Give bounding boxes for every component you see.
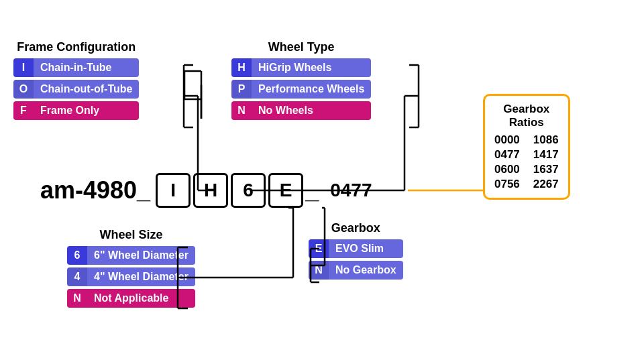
gearbox-label-E: EVO Slim xyxy=(329,239,403,258)
ratio-0000: 0000 xyxy=(494,133,520,147)
gearbox-title: Gearbox xyxy=(309,221,403,235)
part-number-line: am-4980_ I H 6 E _ 0477 xyxy=(40,173,382,208)
size-option-N: N Not Applicable xyxy=(67,289,195,308)
gearbox-section: Gearbox E EVO Slim N No Gearbox xyxy=(309,221,403,282)
part-underscore: _ xyxy=(305,176,319,204)
wheel-letter-P: P xyxy=(231,80,252,99)
gearbox-letter-N: N xyxy=(309,261,329,280)
ratio-1417: 1417 xyxy=(533,148,559,162)
wheel-label-N: No Wheels xyxy=(252,101,371,120)
ratio-1086: 1086 xyxy=(533,133,559,147)
part-box-H: H xyxy=(193,173,228,208)
size-letter-4: 4 xyxy=(67,267,87,286)
wheel-option-H: H HiGrip Wheels xyxy=(231,58,371,77)
gearbox-label-N: No Gearbox xyxy=(329,261,403,280)
size-label-4: 4" Wheel Diameter xyxy=(87,267,195,286)
gearbox-option-N: N No Gearbox xyxy=(309,261,403,280)
frame-config-title: Frame Configuration xyxy=(13,40,139,54)
ratio-2267: 2267 xyxy=(533,178,559,191)
gearbox-letter-E: E xyxy=(309,239,329,258)
frame-label-I: Chain-in-Tube xyxy=(34,58,139,77)
frame-label-O: Chain-out-of-Tube xyxy=(34,80,139,99)
frame-option-O: O Chain-out-of-Tube xyxy=(13,80,139,99)
frame-letter-I: I xyxy=(13,58,34,77)
wheel-letter-H: H xyxy=(231,58,252,77)
gearbox-option-E: E EVO Slim xyxy=(309,239,403,258)
part-box-E: E xyxy=(268,173,303,208)
gearbox-ratios-title: GearboxRatios xyxy=(494,103,559,129)
ratios-col-2: 1086 1417 1637 2267 xyxy=(533,133,559,191)
ratio-0600: 0600 xyxy=(494,163,520,176)
size-label-N: Not Applicable xyxy=(87,289,195,308)
frame-option-F: F Frame Only xyxy=(13,101,139,120)
wheel-option-N: N No Wheels xyxy=(231,101,371,120)
wheel-size-section: Wheel Size 6 6" Wheel Diameter 4 4" Whee… xyxy=(67,228,195,310)
wheel-letter-N: N xyxy=(231,101,252,120)
wheel-size-title: Wheel Size xyxy=(67,228,195,242)
frame-label-F: Frame Only xyxy=(34,101,139,120)
main-container: Frame Configuration I Chain-in-Tube O Ch… xyxy=(0,0,644,362)
wheel-label-H: HiGrip Wheels xyxy=(252,58,371,77)
ratio-0756: 0756 xyxy=(494,178,520,191)
wheel-label-P: Performance Wheels xyxy=(252,80,371,99)
ratios-col-1: 0000 0477 0600 0756 xyxy=(494,133,520,191)
part-box-ratio: 0477 xyxy=(321,173,381,208)
size-label-6: 6" Wheel Diameter xyxy=(87,246,195,265)
size-letter-6: 6 xyxy=(67,246,87,265)
frame-letter-F: F xyxy=(13,101,34,120)
part-box-I: I xyxy=(156,173,191,208)
size-option-6: 6 6" Wheel Diameter xyxy=(67,246,195,265)
ratio-0477: 0477 xyxy=(494,148,520,162)
frame-config-section: Frame Configuration I Chain-in-Tube O Ch… xyxy=(13,40,139,123)
gearbox-ratios-section: GearboxRatios 0000 0477 0600 0756 1086 1… xyxy=(483,94,570,200)
wheel-type-section: Wheel Type H HiGrip Wheels P Performance… xyxy=(231,40,371,123)
ratio-1637: 1637 xyxy=(533,163,559,176)
size-letter-N: N xyxy=(67,289,87,308)
frame-option-I: I Chain-in-Tube xyxy=(13,58,139,77)
part-prefix: am-4980_ xyxy=(40,176,150,204)
part-box-6: 6 xyxy=(231,173,266,208)
frame-letter-O: O xyxy=(13,80,34,99)
ratios-table: 0000 0477 0600 0756 1086 1417 1637 2267 xyxy=(494,133,559,191)
wheel-option-P: P Performance Wheels xyxy=(231,80,371,99)
wheel-type-title: Wheel Type xyxy=(231,40,371,54)
size-option-4: 4 4" Wheel Diameter xyxy=(67,267,195,286)
